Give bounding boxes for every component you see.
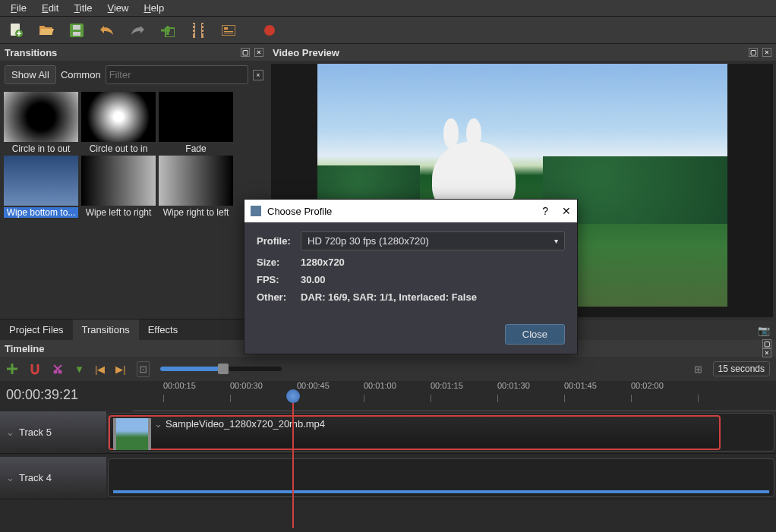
- menu-help[interactable]: Help: [136, 0, 172, 16]
- track-header[interactable]: ⌄Track 5: [0, 411, 106, 453]
- tab-project-files[interactable]: Project Files: [0, 320, 73, 340]
- panel-close-icon[interactable]: ×: [254, 48, 263, 57]
- transition-item[interactable]: Circle out to in: [80, 92, 156, 154]
- svg-rect-15: [224, 27, 228, 30]
- open-project-icon[interactable]: [38, 22, 55, 39]
- transition-item[interactable]: Circle in to out: [3, 92, 79, 154]
- dialog-titlebar[interactable]: Choose Profile ? ✕: [244, 200, 577, 222]
- clear-filter-icon[interactable]: ×: [253, 70, 263, 80]
- show-all-button[interactable]: Show All: [5, 65, 56, 84]
- fps-value: 30.00: [301, 274, 326, 285]
- svg-rect-11: [202, 24, 203, 26]
- transition-item[interactable]: Fade: [158, 92, 234, 154]
- menu-bar: File Edit Title View Help: [0, 0, 776, 17]
- tab-transitions[interactable]: Transitions: [73, 320, 139, 340]
- zoom-label: 15 seconds: [713, 361, 770, 376]
- svg-point-19: [54, 370, 58, 374]
- svg-point-18: [264, 25, 275, 36]
- track-row: ⌄Track 4: [0, 457, 776, 499]
- import-files-icon[interactable]: [159, 22, 176, 39]
- svg-rect-4: [73, 32, 80, 36]
- redo-icon[interactable]: [129, 22, 146, 39]
- marker-icon[interactable]: ▼: [74, 364, 84, 375]
- add-track-icon[interactable]: [6, 363, 18, 375]
- filter-input[interactable]: [106, 65, 248, 84]
- size-value: 1280x720: [301, 257, 345, 268]
- zoom-slider[interactable]: [160, 367, 282, 371]
- timecode-display: 00:00:39:21: [0, 381, 133, 411]
- svg-rect-13: [202, 32, 203, 33]
- transitions-grid: Circle in to out Circle out to in Fade W…: [0, 89, 268, 221]
- panel-close-icon[interactable]: ×: [762, 348, 771, 357]
- svg-rect-10: [193, 32, 194, 33]
- profile-label: Profile:: [257, 235, 301, 247]
- save-project-icon[interactable]: [68, 22, 85, 39]
- svg-rect-14: [222, 25, 235, 36]
- menu-edit[interactable]: Edit: [34, 0, 66, 16]
- zoom-scale-icon[interactable]: ⊞: [694, 364, 702, 375]
- snapshot-icon[interactable]: 📷: [758, 325, 770, 336]
- record-icon[interactable]: [261, 22, 278, 39]
- timeline-ruler[interactable]: 00:00:39:21 00:00:15 00:00:30 00:00:45 0…: [0, 381, 776, 411]
- svg-rect-7: [195, 23, 201, 38]
- menu-file[interactable]: File: [3, 0, 34, 16]
- transitions-panel-header: Transitions ▢×: [0, 44, 268, 61]
- snap-icon[interactable]: [29, 363, 41, 375]
- playhead[interactable]: [292, 392, 294, 528]
- new-project-icon[interactable]: [8, 22, 24, 39]
- next-marker-icon[interactable]: ▶|: [115, 364, 125, 375]
- svg-rect-8: [193, 24, 194, 26]
- transition-item[interactable]: Wipe left to right: [80, 156, 156, 218]
- panel-maximize-icon[interactable]: ▢: [749, 48, 758, 57]
- panel-maximize-icon[interactable]: ▢: [762, 339, 771, 348]
- razor-icon[interactable]: [52, 363, 64, 375]
- svg-rect-16: [224, 31, 233, 32]
- prev-marker-icon[interactable]: |◀: [95, 364, 105, 375]
- dialog-help-icon[interactable]: ?: [542, 205, 548, 217]
- panel-maximize-icon[interactable]: ▢: [241, 48, 250, 57]
- svg-rect-12: [202, 28, 203, 30]
- track-header[interactable]: ⌄Track 4: [0, 457, 106, 499]
- close-button[interactable]: Close: [505, 324, 565, 345]
- profile-icon[interactable]: [220, 22, 237, 39]
- track-row: ⌄Track 5 ⌄ SampleVideo_1280x720_20mb.mp4: [0, 411, 776, 454]
- profile-select[interactable]: HD 720p 30 fps (1280x720): [301, 231, 565, 250]
- main-toolbar: [0, 17, 776, 44]
- timeline-toolbar: ▼ |◀ ▶| ⊡ ⊞ 15 seconds: [0, 357, 776, 381]
- svg-rect-17: [224, 33, 233, 33]
- dialog-close-icon[interactable]: ✕: [562, 205, 571, 217]
- tab-effects[interactable]: Effects: [139, 320, 188, 340]
- panel-close-icon[interactable]: ×: [762, 48, 771, 57]
- center-playhead-icon[interactable]: ⊡: [137, 361, 150, 377]
- svg-rect-21: [251, 206, 261, 216]
- menu-title[interactable]: Title: [66, 0, 99, 16]
- svg-rect-9: [193, 28, 194, 30]
- svg-rect-3: [73, 25, 80, 30]
- film-icon[interactable]: [190, 22, 207, 39]
- common-label: Common: [61, 69, 101, 80]
- undo-icon[interactable]: [99, 22, 115, 39]
- other-value: DAR: 16/9, SAR: 1/1, Interlaced: False: [301, 291, 477, 303]
- menu-view[interactable]: View: [99, 0, 136, 16]
- transition-item[interactable]: Wipe bottom to...: [3, 156, 79, 218]
- transition-item[interactable]: Wipe right to left: [158, 156, 234, 218]
- preview-panel-header: Video Preview ▢×: [268, 44, 776, 61]
- svg-point-20: [58, 370, 62, 374]
- video-clip[interactable]: ⌄ SampleVideo_1280x720_20mb.mp4: [109, 415, 721, 450]
- choose-profile-dialog: Choose Profile ? ✕ Profile: HD 720p 30 f…: [244, 199, 578, 354]
